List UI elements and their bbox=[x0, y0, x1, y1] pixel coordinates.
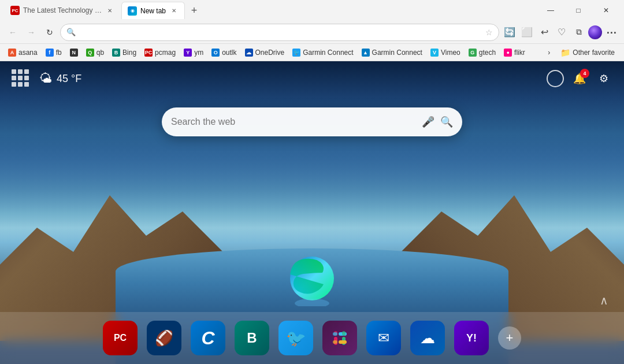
svg-rect-5 bbox=[333, 332, 337, 336]
bookmarks-more-button[interactable]: › bbox=[544, 47, 554, 58]
dock-item-onedrive[interactable]: ☁ bbox=[410, 321, 445, 355]
apps-grid-button[interactable] bbox=[12, 69, 30, 88]
svg-rect-7 bbox=[342, 331, 346, 336]
bookmark-qb[interactable]: Q qb bbox=[83, 47, 107, 58]
gtech-label: gtech bbox=[479, 49, 496, 57]
notifications-button[interactable]: 🔔 4 bbox=[571, 70, 588, 87]
bookmark-ym[interactable]: Y ym bbox=[180, 47, 207, 58]
tab-2-title: New tab bbox=[140, 7, 166, 15]
grid-dot bbox=[24, 76, 29, 80]
grid-dot bbox=[18, 82, 23, 87]
new-tab-button[interactable]: + bbox=[186, 2, 202, 18]
window-controls: — □ ✕ bbox=[537, 0, 619, 21]
outlk-favicon: O bbox=[211, 49, 220, 57]
dock-add-button[interactable]: + bbox=[498, 326, 521, 350]
grid-dot bbox=[24, 82, 29, 87]
bookmark-onedrive[interactable]: ☁ OneDrive bbox=[242, 47, 288, 58]
bookmark-outlk[interactable]: O outlk bbox=[208, 47, 240, 58]
weather-widget[interactable]: 🌤 45 °F bbox=[39, 71, 81, 86]
search-glass-icon[interactable]: 🔍 bbox=[440, 116, 453, 128]
nyt-favicon: N bbox=[70, 49, 78, 57]
gear-icon: ⚙ bbox=[599, 72, 608, 85]
page-top-bar: 🌤 45 °F 🔔 4 ⚙ bbox=[0, 61, 624, 96]
dock-item-outlook[interactable]: ✉ bbox=[366, 321, 401, 355]
garmin-favicon: ▲ bbox=[362, 49, 370, 57]
bookmark-pcmag[interactable]: PC pcmag bbox=[141, 47, 179, 58]
bookmark-asana[interactable]: A asana bbox=[5, 47, 41, 58]
dock-item-slack[interactable] bbox=[322, 321, 357, 355]
bookmark-gtech[interactable]: G gtech bbox=[465, 47, 499, 58]
tab-2[interactable]: ◉ New tab ✕ bbox=[121, 2, 185, 19]
tab-2-close[interactable]: ✕ bbox=[169, 6, 179, 16]
ym-favicon: Y bbox=[184, 49, 192, 57]
weather-temperature: 45 °F bbox=[57, 73, 81, 85]
close-button[interactable]: ✕ bbox=[593, 0, 619, 21]
split-button[interactable]: ⧉ bbox=[571, 24, 587, 40]
minimize-button[interactable]: — bbox=[537, 0, 564, 21]
dock-item-yahoo[interactable]: Y! bbox=[454, 321, 489, 355]
bookmark-garmin[interactable]: ▲ Garmin Connect bbox=[358, 47, 426, 58]
search-container: 🎤 🔍 bbox=[162, 107, 462, 136]
back-button[interactable]: ← bbox=[5, 24, 21, 40]
vimeo-favicon: V bbox=[430, 49, 439, 57]
more-button[interactable]: ⋯ bbox=[603, 24, 619, 40]
onedrive-label: OneDrive bbox=[255, 49, 285, 57]
address-bar[interactable]: 🔍 ☆ bbox=[60, 24, 499, 41]
search-input[interactable] bbox=[171, 117, 416, 127]
asana-favicon: A bbox=[8, 49, 16, 57]
ym-label: ym bbox=[194, 49, 203, 57]
grid-dot bbox=[18, 69, 23, 74]
onedrive-favicon: ☁ bbox=[245, 49, 253, 57]
dock-item-twitter[interactable]: 🐦 bbox=[278, 321, 313, 355]
history-button[interactable]: ↩ bbox=[536, 24, 552, 40]
scroll-up-button[interactable]: ∧ bbox=[595, 292, 612, 309]
grid-dot bbox=[18, 76, 23, 80]
bookmarks-bar: A asana f fb N Q qb B Bing PC pcmag Y ym… bbox=[0, 44, 624, 61]
collections-button[interactable]: ⬜ bbox=[519, 24, 535, 40]
flikr-favicon: ● bbox=[504, 49, 512, 57]
bookmark-twitter[interactable]: 🐦 Garmin Connect bbox=[289, 47, 356, 58]
vimeo-label: Vimeo bbox=[441, 49, 460, 57]
tab-1-close[interactable]: ✕ bbox=[105, 6, 114, 15]
forward-button[interactable]: → bbox=[23, 24, 39, 40]
pcmag-favicon: PC bbox=[144, 49, 153, 57]
bookmark-vimeo[interactable]: V Vimeo bbox=[427, 47, 464, 58]
top-bar-right: 🔔 4 ⚙ bbox=[547, 70, 612, 87]
dock-item-pcmag[interactable]: PC bbox=[103, 321, 138, 355]
svg-rect-8 bbox=[339, 340, 347, 344]
fb-favicon: f bbox=[46, 49, 54, 57]
pcmag-label: pcmag bbox=[155, 49, 176, 57]
profile-avatar[interactable] bbox=[588, 25, 602, 39]
dock-item-bing[interactable]: B bbox=[235, 321, 269, 355]
bookmark-fb[interactable]: f fb bbox=[42, 47, 65, 58]
maximize-button[interactable]: □ bbox=[565, 0, 592, 21]
gtech-favicon: G bbox=[469, 49, 477, 57]
dock-item-ccleaner[interactable]: C bbox=[191, 321, 225, 355]
favorites-star-icon[interactable]: ☆ bbox=[485, 28, 493, 37]
favorites-button[interactable]: ♡ bbox=[554, 24, 570, 40]
dock-item-nfl[interactable]: 🏈 bbox=[147, 321, 181, 355]
tab-1-title: The Latest Technology Product R... bbox=[23, 6, 102, 14]
copilot-button[interactable]: 🔄 bbox=[502, 24, 518, 40]
svg-rect-9 bbox=[333, 340, 337, 344]
weather-icon: 🌤 bbox=[39, 71, 52, 86]
bookmark-nyt[interactable]: N bbox=[66, 47, 81, 58]
outlk-label: outlk bbox=[222, 49, 236, 57]
user-circle-button[interactable] bbox=[547, 70, 564, 87]
bookmark-flikr[interactable]: ● flikr bbox=[500, 47, 529, 58]
edge-logo bbox=[283, 248, 341, 306]
bookmark-bing[interactable]: B Bing bbox=[109, 47, 140, 58]
twitter-favicon: 🐦 bbox=[292, 49, 300, 57]
address-input[interactable] bbox=[79, 28, 482, 36]
refresh-button[interactable]: ↻ bbox=[42, 24, 58, 40]
twitter-label: Garmin Connect bbox=[303, 49, 353, 57]
grid-dot bbox=[12, 69, 16, 74]
toolbar-right: 🔄 ⬜ ↩ ♡ ⧉ ⋯ bbox=[502, 24, 619, 40]
title-bar: PC The Latest Technology Product R... ✕ … bbox=[0, 0, 624, 21]
microphone-icon[interactable]: 🎤 bbox=[422, 116, 434, 128]
fb-label: fb bbox=[56, 49, 62, 57]
tab-1[interactable]: PC The Latest Technology Product R... ✕ bbox=[5, 2, 120, 19]
page-settings-button[interactable]: ⚙ bbox=[595, 70, 612, 87]
tab-2-favicon: ◉ bbox=[128, 6, 137, 16]
other-favorites[interactable]: 📁 Other favorite bbox=[556, 47, 619, 58]
